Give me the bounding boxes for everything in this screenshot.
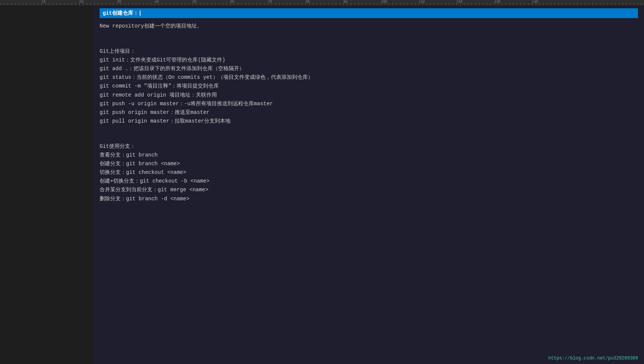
content-line-15: Git使用分支：: [100, 142, 638, 151]
ruler-minor-tick: [189, 3, 189, 5]
ruler-minor-tick: [143, 3, 144, 5]
ruler-minor-tick: [294, 3, 295, 5]
ruler-minor-tick: [343, 3, 344, 5]
content-line-1: New repository创建一个空的项目地址。: [100, 22, 638, 31]
ruler-minor-tick: [373, 3, 374, 5]
ruler-minor-tick: [562, 3, 563, 5]
ruler-minor-tick: [79, 3, 80, 5]
ruler-minor-tick: [283, 3, 283, 5]
ruler-minor-tick: [234, 3, 234, 5]
ruler-minor-tick: [611, 3, 612, 5]
ruler-minor-tick: [381, 3, 381, 5]
ruler-minor-tick: [592, 3, 593, 5]
ruler-minor-tick: [75, 3, 76, 5]
ruler-minor-tick: [113, 3, 114, 5]
ruler-minor-tick: [124, 3, 125, 5]
ruler-minor-tick: [396, 3, 397, 5]
ruler-minor-tick: [117, 3, 117, 5]
ruler-minor-tick: [177, 3, 178, 5]
ruler-minor-tick: [366, 3, 366, 5]
ruler-minor-tick: [49, 3, 49, 5]
ruler-minor-tick: [423, 3, 423, 5]
content-line-14: [100, 134, 638, 142]
ruler-minor-tick: [68, 3, 68, 5]
main-content: git创建仓库：| New repository创建一个空的项目地址。 Git上…: [94, 5, 644, 364]
ruler-minor-tick: [41, 3, 42, 5]
ruler-minor-tick: [456, 3, 457, 5]
ruler-minor-tick: [109, 3, 110, 5]
ruler-minor-tick: [551, 3, 551, 5]
ruler-minor-tick: [45, 3, 46, 5]
ruler-minor-tick: [185, 3, 185, 5]
bottom-link[interactable]: https://blog.csdn.net/pu329289309: [548, 356, 638, 361]
ruler-minor-tick: [302, 3, 302, 5]
ruler-minor-tick: [389, 3, 389, 5]
ruler-minor-tick: [430, 3, 430, 5]
ruler-minor-tick: [170, 3, 170, 5]
ruler-minor-tick: [490, 3, 491, 5]
ruler-minor-tick: [607, 3, 608, 5]
ruler-minor-tick: [513, 3, 513, 5]
ruler-minor-tick: [23, 3, 23, 5]
content-line-18: 切换分支：git checkout <name>: [100, 168, 638, 177]
content-line-12: git pull origin master：拉取master分支到本地: [100, 117, 638, 126]
ruler-minor-tick: [309, 3, 310, 5]
content-line-4: Git上传项目：: [100, 47, 638, 56]
ruler-minor-tick: [528, 3, 529, 5]
ruler-minor-tick: [573, 3, 574, 5]
content-line-13: [100, 126, 638, 134]
ruler-minor-tick: [324, 3, 325, 5]
ruler-minor-tick: [268, 3, 268, 5]
ruler-minor-tick: [102, 3, 102, 5]
ruler-minor-tick: [506, 3, 506, 5]
ruler-minor-tick: [411, 3, 412, 5]
ruler-minor-tick: [207, 3, 208, 5]
ruler-minor-tick: [147, 3, 148, 5]
ruler-minor-tick: [196, 3, 197, 5]
ruler-minor-tick: [392, 3, 393, 5]
ruler-minor-tick: [162, 3, 163, 5]
ruler-minor-tick: [4, 3, 4, 5]
title-text: git创建仓库：|: [103, 10, 142, 17]
ruler-minor-tick: [385, 3, 385, 5]
ruler-minor-tick: [638, 3, 638, 5]
ruler-minor-tick: [15, 3, 15, 5]
ruler-minor-tick: [536, 3, 536, 5]
ruler-minor-tick: [226, 3, 227, 5]
left-sidebar: [0, 5, 94, 364]
ruler-tick: 110: [419, 0, 425, 4]
content-line-3: [100, 39, 638, 47]
ruler-minor-tick: [400, 3, 400, 5]
ruler-minor-tick: [264, 3, 264, 5]
content-block: New repository创建一个空的项目地址。 Git上传项目： git i…: [100, 20, 638, 205]
ruler: 102030405060708090100110120130140: [0, 0, 644, 5]
ruler-minor-tick: [34, 3, 34, 5]
ruler-minor-tick: [26, 3, 27, 5]
ruler-minor-tick: [215, 3, 215, 5]
ruler-minor-tick: [200, 3, 200, 5]
ruler-minor-tick: [57, 3, 57, 5]
ruler-minor-tick: [426, 3, 427, 5]
ruler-minor-tick: [630, 3, 630, 5]
ruler-minor-tick: [38, 3, 38, 5]
ruler-minor-tick: [192, 3, 193, 5]
ruler-tick: 100: [381, 0, 387, 4]
ruler-minor-tick: [547, 3, 547, 5]
ruler-minor-tick: [272, 3, 272, 5]
ruler-minor-tick: [441, 3, 442, 5]
content-line-10: git push -u origin master：-u将所有项目推送到远程仓库…: [100, 100, 638, 108]
ruler-minor-tick: [626, 3, 627, 5]
ruler-minor-tick: [532, 3, 532, 5]
ruler-minor-tick: [140, 3, 140, 5]
ruler-minor-tick: [8, 3, 8, 5]
ruler-minor-tick: [317, 3, 317, 5]
ruler-minor-tick: [72, 3, 72, 5]
title-bar: git创建仓库：|: [100, 8, 638, 18]
ruler-minor-tick: [94, 3, 95, 5]
ruler-minor-tick: [260, 3, 261, 5]
ruler-minor-tick: [132, 3, 132, 5]
ruler-minor-tick: [351, 3, 351, 5]
ruler-minor-tick: [460, 3, 461, 5]
ruler-minor-tick: [589, 3, 589, 5]
ruler-minor-tick: [370, 3, 370, 5]
